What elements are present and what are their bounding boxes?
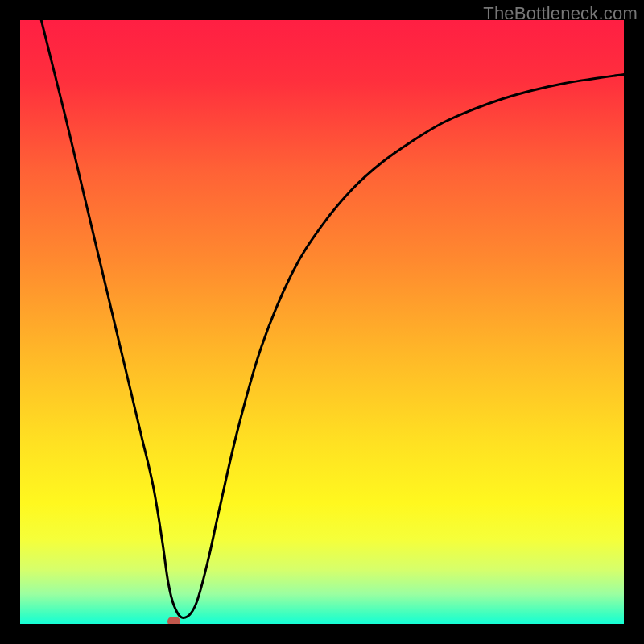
chart-frame: TheBottleneck.com (0, 0, 644, 644)
bottleneck-curve (41, 20, 624, 618)
watermark-text: TheBottleneck.com (483, 3, 638, 24)
plot-area (20, 20, 624, 624)
curve-layer (20, 20, 624, 624)
optimal-point-marker (167, 617, 180, 624)
